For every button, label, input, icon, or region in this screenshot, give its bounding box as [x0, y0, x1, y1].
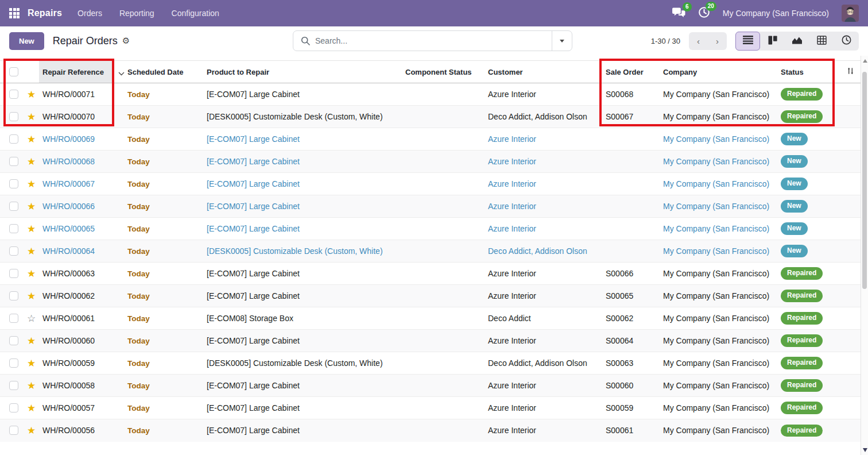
gear-icon[interactable]: ⚙ [122, 36, 130, 46]
app-title[interactable]: Repairs [28, 8, 62, 18]
table-row[interactable]: ★ WH/RO/00060 Today [E-COM07] Large Cabi… [0, 330, 861, 352]
row-checkbox[interactable] [9, 403, 18, 412]
apps-grid-icon[interactable] [9, 8, 20, 18]
row-checkbox[interactable] [9, 269, 18, 278]
row-checkbox[interactable] [9, 358, 18, 368]
star-icon[interactable]: ★ [25, 156, 36, 167]
table-row[interactable]: ★ WH/RO/00057 Today [E-COM07] Large Cabi… [0, 397, 861, 419]
row-checkbox[interactable] [9, 291, 18, 300]
table-row[interactable]: ★ WH/RO/00062 Today [E-COM07] Large Cabi… [0, 285, 861, 307]
star-icon[interactable]: ★ [25, 380, 36, 391]
activities-button[interactable]: 20 [698, 6, 710, 21]
column-header-scheduled-date[interactable]: Scheduled Date [114, 61, 207, 83]
activity-view-button[interactable] [834, 32, 859, 51]
column-header-customer[interactable]: Customer [486, 61, 603, 83]
row-checkbox[interactable] [9, 112, 18, 121]
repair-orders-table: Repair Reference Scheduled Date Product … [0, 60, 861, 442]
table-row[interactable]: ★ WH/RO/00070 Today [DESK0005] Customiza… [0, 106, 861, 128]
search-options-toggle[interactable] [552, 31, 572, 51]
scheduled-date-cell: Today [114, 83, 207, 106]
row-checkbox[interactable] [9, 179, 18, 188]
column-header-sale-order[interactable]: Sale Order [603, 61, 663, 83]
star-icon[interactable]: ★ [25, 179, 36, 190]
star-icon[interactable]: ★ [25, 134, 36, 145]
table-row[interactable]: ★ WH/RO/00064 Today [DESK0005] Customiza… [0, 240, 861, 263]
table-row[interactable]: ★ WH/RO/00071 Today [E-COM07] Large Cabi… [0, 83, 861, 106]
row-checkbox[interactable] [9, 157, 18, 166]
status-badge: Repaired [781, 334, 823, 346]
select-all-checkbox[interactable] [9, 67, 18, 76]
row-checkbox[interactable] [9, 224, 18, 233]
table-row[interactable]: ★ WH/RO/00059 Today [DESK0005] Customiza… [0, 352, 861, 375]
table-row[interactable]: ★ WH/RO/00063 Today [E-COM07] Large Cabi… [0, 263, 861, 285]
column-header-product[interactable]: Product to Repair [207, 61, 405, 83]
graph-view-button[interactable] [785, 32, 809, 51]
customer-cell: Deco Addict, Addison Olson [486, 106, 603, 128]
status-badge: Repaired [781, 110, 823, 122]
page-title: Repair Orders [53, 35, 118, 47]
kanban-view-button[interactable] [760, 32, 785, 51]
menu-item-configuration[interactable]: Configuration [164, 5, 227, 21]
row-checkbox[interactable] [9, 336, 18, 345]
row-checkbox[interactable] [9, 134, 18, 144]
star-icon[interactable]: ★ [25, 336, 36, 346]
component-status-cell [405, 285, 486, 307]
product-cell: [E-COM07] Large Cabinet [207, 173, 405, 195]
column-header-repair-reference[interactable]: Repair Reference [39, 61, 114, 83]
row-checkbox[interactable] [9, 314, 18, 323]
column-header-component-status[interactable]: Component Status [405, 61, 486, 83]
table-row[interactable]: ★ WH/RO/00069 Today [E-COM07] Large Cabi… [0, 128, 861, 151]
column-header-status[interactable]: Status [780, 61, 837, 83]
company-cell: My Company (San Francisco) [663, 263, 780, 285]
pivot-view-button[interactable] [809, 32, 834, 51]
new-button[interactable]: New [9, 32, 44, 50]
star-icon[interactable]: ★ [25, 246, 36, 257]
table-row[interactable]: ★ WH/RO/00056 Today [E-COM07] Large Cabi… [0, 419, 861, 442]
scrollbar-thumb[interactable] [862, 72, 867, 289]
list-view-icon [743, 36, 753, 46]
pager-previous-button[interactable]: ‹ [689, 32, 708, 50]
row-checkbox[interactable] [9, 381, 18, 390]
scrollbar-down-arrow[interactable] [863, 448, 867, 452]
table-row[interactable]: ☆ WH/RO/00061 Today [E-COM08] Storage Bo… [0, 307, 861, 330]
table-row[interactable]: ★ WH/RO/00066 Today [E-COM07] Large Cabi… [0, 195, 861, 218]
star-icon[interactable]: ★ [25, 89, 36, 100]
row-checkbox[interactable] [9, 90, 18, 99]
table-row[interactable]: ★ WH/RO/00067 Today [E-COM07] Large Cabi… [0, 173, 861, 195]
sale-order-cell: S00066 [603, 263, 663, 285]
row-checkbox[interactable] [9, 246, 18, 256]
pager-next-button[interactable]: › [708, 32, 727, 50]
main-menu: Orders Reporting Configuration [70, 5, 227, 21]
scrollbar-up-arrow[interactable] [863, 59, 867, 63]
repair-reference-cell: WH/RO/00064 [39, 240, 114, 263]
repair-reference-cell: WH/RO/00068 [39, 151, 114, 173]
star-icon[interactable]: ★ [25, 291, 36, 302]
table-row[interactable]: ★ WH/RO/00058 Today [E-COM07] Large Cabi… [0, 375, 861, 397]
table-row[interactable]: ★ WH/RO/00065 Today [E-COM07] Large Cabi… [0, 218, 861, 240]
star-icon[interactable]: ★ [25, 358, 36, 369]
menu-item-orders[interactable]: Orders [70, 5, 110, 21]
star-icon[interactable]: ★ [25, 425, 36, 436]
star-icon[interactable]: ★ [25, 268, 36, 279]
search-input[interactable] [315, 36, 552, 45]
search-bar [293, 30, 572, 51]
star-icon[interactable]: ☆ [25, 313, 36, 324]
row-checkbox[interactable] [9, 202, 18, 211]
row-checkbox[interactable] [9, 426, 18, 435]
table-row[interactable]: ★ WH/RO/00068 Today [E-COM07] Large Cabi… [0, 151, 861, 173]
component-status-cell [405, 397, 486, 419]
user-avatar[interactable] [842, 5, 859, 22]
optional-columns-icon[interactable] [846, 68, 855, 77]
company-switcher[interactable]: My Company (San Francisco) [723, 9, 829, 18]
chevron-down-icon [560, 40, 564, 43]
column-header-company[interactable]: Company [663, 61, 780, 83]
star-icon[interactable]: ★ [25, 111, 36, 122]
list-view-button[interactable] [735, 32, 760, 51]
star-icon[interactable]: ★ [25, 403, 36, 414]
component-status-cell [405, 83, 486, 106]
menu-item-reporting[interactable]: Reporting [112, 5, 162, 21]
star-icon[interactable]: ★ [25, 223, 36, 234]
component-status-cell [405, 375, 486, 397]
star-icon[interactable]: ★ [25, 201, 36, 212]
messages-button[interactable]: 6 [672, 7, 685, 20]
